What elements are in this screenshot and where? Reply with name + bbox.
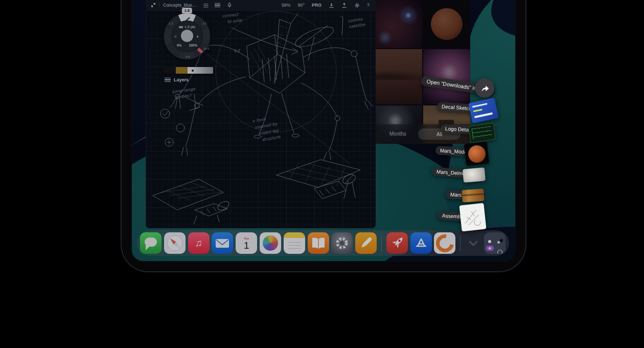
share-drop-badge[interactable] <box>475 78 494 98</box>
drag-thumb-mars-deimos[interactable] <box>463 167 486 183</box>
drag-stack: Open “Downloads” in Files Decal Sketches… <box>132 0 515 261</box>
ipad-screen: Concepts_blue… 59% 90° PRO <box>132 0 515 261</box>
drag-thumb-mars-panorama[interactable] <box>462 189 485 203</box>
assembly-sketch-icon <box>459 203 486 232</box>
drag-thumb-logo-detail[interactable] <box>468 123 496 143</box>
marketing-stage: Concepts_blue… 59% 90° PRO <box>0 0 644 348</box>
forward-arrow-icon <box>479 83 490 93</box>
drag-thumb-assembly[interactable] <box>459 203 486 232</box>
drag-thumb-mars-model[interactable] <box>464 142 489 166</box>
drag-thumb-decal-sketches[interactable] <box>468 98 498 123</box>
